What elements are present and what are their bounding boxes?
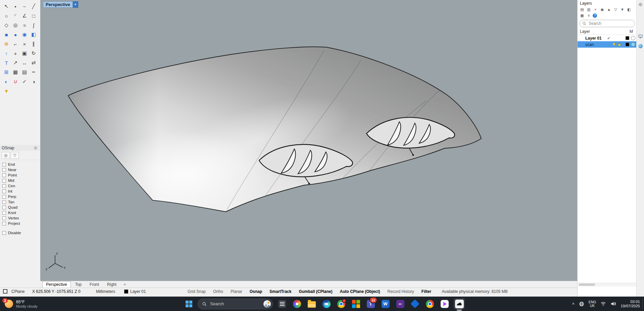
layer-row-layer01[interactable]: Layer 01 ✓ [578,35,637,41]
status-pane[interactable]: Filter [418,289,435,294]
edge-icon[interactable] [321,298,332,309]
photos-icon[interactable] [291,298,302,309]
layer-material-swatch[interactable] [631,36,635,40]
grid-icon[interactable]: ▤ [20,68,29,76]
filter-layers-icon[interactable]: ▼ [620,7,625,12]
status-pane[interactable]: SmartTrack [266,289,295,294]
sketch-icon[interactable]: ∫ [29,21,38,30]
file-explorer-icon[interactable] [306,298,317,309]
boolean-icon[interactable]: ⊕ [2,40,11,48]
display-panel-icon[interactable] [638,34,643,39]
layer-visibility-bulb-icon[interactable] [612,42,616,47]
hood-model[interactable] [68,47,481,218]
freeform-curve-icon[interactable]: ≈ [20,21,29,30]
viewport-title[interactable]: Perspective [43,1,73,8]
spotlight-icon[interactable]: ▼ [2,87,11,95]
osnap-option[interactable]: Knot [2,210,40,215]
taskbar-search-input[interactable] [209,301,261,307]
curve-icon[interactable]: ~ [20,2,29,11]
osnap-option[interactable]: Vertex [2,215,40,221]
osnap-filter-icon[interactable]: ▽ [11,152,19,159]
magnet-snap-icon[interactable]: ∪ [11,77,20,86]
status-pane[interactable]: Grid Snap [184,289,209,294]
visual-studio-icon[interactable]: ∞ [395,298,406,309]
extrude-icon[interactable]: ↑ [2,49,11,58]
osnap-option[interactable]: Mid [2,178,40,183]
teams-icon[interactable]: 12 T [365,298,376,309]
clipchamp-icon[interactable] [439,298,450,309]
point-icon[interactable]: • [11,2,20,11]
layer-color-swatch[interactable] [626,43,629,46]
dimension-icon[interactable]: ↔ [20,58,29,67]
tab-right[interactable]: Right [103,281,120,288]
rotate-icon[interactable]: ↻ [29,49,38,58]
status-pane[interactable]: Gumball (CPlane) [295,289,336,294]
osnap-disable-all-icon[interactable]: ◎ [2,152,10,159]
dropbox-icon[interactable] [409,298,420,309]
layers-search-input[interactable] [588,21,629,26]
materials-panel-icon[interactable] [638,44,643,48]
plane-icon[interactable]: ◧ [29,30,38,39]
viewport-title-menu[interactable]: Perspective ▼ [43,1,78,8]
search-highlight-icon[interactable] [263,300,271,308]
perspective-viewport[interactable]: z x y Perspective ▼ [40,0,577,281]
trim-icon[interactable]: × [20,40,29,48]
start-button[interactable] [184,299,194,309]
microsoft-365-icon[interactable] [350,298,361,309]
sphere-icon[interactable]: ● [11,30,20,39]
hidden-icons-chevron[interactable]: ^ [572,302,575,307]
offset-icon[interactable]: ∥ [29,40,38,48]
delete-layer-icon[interactable]: × [593,7,598,12]
copy-icon[interactable]: ▣ [20,49,29,58]
network-globe-icon[interactable] [579,301,584,307]
scrollbar-thumb[interactable] [579,283,595,286]
viewport-canvas[interactable]: z x y [40,0,577,281]
line-icon[interactable]: ╱ [29,2,38,11]
osnap-settings-gear-icon[interactable] [33,145,38,151]
current-layer-check-icon[interactable]: ✓ [607,36,610,41]
box-icon[interactable]: ■ [2,30,11,39]
move-icon[interactable]: + [11,49,20,58]
layer-material-swatch[interactable] [631,42,635,47]
tab-perspective[interactable]: Perspective [42,281,71,288]
circle-icon[interactable]: ○ [2,11,11,20]
osnap-option[interactable]: Near [2,167,40,172]
scale-icon[interactable]: ↗ [11,58,20,67]
check-icon[interactable]: ✓ [20,77,29,86]
taskbar-search-box[interactable] [198,299,273,309]
match-layer-icon[interactable]: ◉ [599,7,605,12]
weather-widget[interactable]: 3 65°F Mostly cloudy [1,297,41,311]
current-layer-button[interactable]: Layer 01 [124,289,162,294]
osnap-option[interactable]: Perp [2,194,40,199]
fillet-icon[interactable]: ⌐ [11,40,20,48]
osnap-option[interactable]: Point [2,172,40,178]
new-sublayer-icon[interactable]: ▥ [586,7,592,12]
osnap-option[interactable]: End [2,162,40,167]
layers-search-box[interactable] [580,20,635,27]
osnap-option[interactable]: Tan [2,199,40,205]
notepad-icon[interactable] [277,298,288,309]
tab-top[interactable]: Top [71,281,85,288]
chrome-icon[interactable] [336,298,347,309]
osnap-disable-option[interactable]: Disable [2,230,40,236]
rectangle-icon[interactable]: □ [29,11,38,20]
arc-icon[interactable]: ◜ [11,11,20,20]
layer-lock-icon[interactable] [617,42,622,47]
select-arrow-icon[interactable]: ↖ [2,2,11,11]
language-indicator[interactable]: ENG UK [589,300,596,308]
osnap-option[interactable]: Int [2,189,40,194]
volume-icon[interactable] [610,301,616,307]
status-pane[interactable]: Ortho [209,289,227,294]
polygon-icon[interactable]: ◇ [2,21,11,30]
chrome-profile-icon[interactable] [424,298,435,309]
linetype-icon[interactable]: ┅ [29,68,38,76]
viewport-title-dropdown-icon[interactable]: ▼ [73,1,78,8]
mirror-icon[interactable]: ⇄ [29,58,38,67]
osnap-option[interactable]: Quad [2,205,40,210]
shaded-view-icon[interactable]: ◑ [29,77,38,86]
show-desktop-button[interactable] [642,299,644,309]
clock[interactable]: 03:01 19/07/2025 [621,300,640,308]
move-up-layer-icon[interactable]: ▲ [606,7,612,12]
tab-front[interactable]: Front [86,281,103,288]
array-icon[interactable]: ▦ [11,68,20,76]
